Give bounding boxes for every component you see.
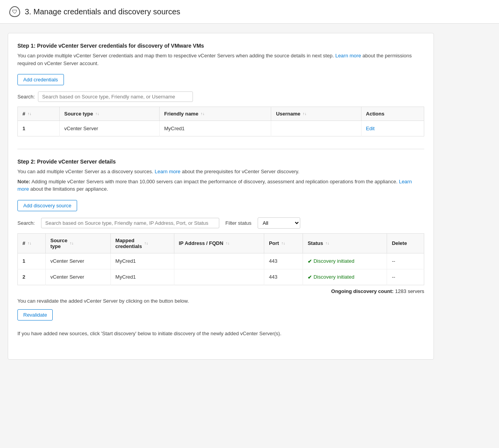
bottom-desc: You can revalidate the added vCenter Ser…: [17, 297, 424, 305]
edit-link[interactable]: Edit: [366, 126, 375, 131]
step1-desc: You can provide multiple vCenter Server …: [17, 52, 424, 67]
step2-desc: You can add multiple vCenter Server as a…: [17, 168, 424, 176]
cell2-delete-1: --: [387, 253, 424, 269]
sort-icon2-status: ↑↓: [325, 241, 329, 245]
sort-icon2-ip: ↑↓: [225, 241, 229, 245]
step1-table: #↑↓ Source type↑↓ Friendly name↑↓ Userna…: [17, 107, 424, 136]
note-label: Note:: [17, 179, 30, 184]
step1-desc-text: You can provide multiple vCenter Server …: [17, 53, 335, 59]
step2-learn-more-link[interactable]: Learn more: [155, 169, 180, 174]
step1-learn-more-link[interactable]: Learn more: [335, 53, 361, 59]
cell2-num-2: 2: [18, 269, 46, 285]
sort-icon2-num: ↑↓: [28, 241, 31, 245]
step1-search-row: Search:: [17, 91, 424, 102]
filter-status-select[interactable]: All Initiated Complete Error: [258, 217, 300, 229]
cell-friendly-name: MyCred1: [159, 121, 271, 136]
step2-search-filter-row: Search: Filter status All Initiated Comp…: [17, 217, 424, 229]
step2-search-label: Search:: [17, 220, 35, 226]
col2-header-status[interactable]: Status↑↓: [303, 233, 387, 253]
table-row: 1 vCenter Server MyCred1 Edit: [18, 121, 424, 136]
col-header-friendly-name[interactable]: Friendly name↑↓: [159, 107, 271, 121]
col-header-username[interactable]: Username↑↓: [271, 107, 361, 121]
cell2-delete-2: --: [387, 269, 424, 285]
add-discovery-source-button[interactable]: Add discovery source: [17, 200, 77, 211]
check-icon-1: ✔: [308, 258, 312, 264]
ongoing-label: Ongoing discovery count:: [331, 288, 394, 294]
col-header-source-type[interactable]: Source type↑↓: [59, 107, 159, 121]
status-text-2: Discovery initiated: [313, 274, 354, 280]
col2-header-source-type[interactable]: Sourcetype↑↓: [46, 233, 111, 253]
step2-search-input[interactable]: [41, 218, 219, 228]
cell2-ip-fqdn-2: [174, 269, 264, 285]
col-header-num[interactable]: #↑↓: [18, 107, 60, 121]
cell-action: Edit: [361, 121, 424, 136]
sort-icon-username: ↑↓: [303, 112, 306, 116]
sort-icon2-port: ↑↓: [281, 241, 285, 245]
step2-title: Step 2: Provide vCenter Server details: [17, 159, 424, 165]
step2-note: Note: Adding multiple vCenter Servers wi…: [17, 178, 424, 193]
table-row: 2 vCenter Server MyCred1 443 ✔ Discovery…: [18, 269, 424, 285]
main-content: Step 1: Provide vCenter Server credentia…: [8, 33, 434, 360]
cell2-num-1: 1: [18, 253, 46, 269]
sort-icon2-source-type: ↑↓: [70, 241, 74, 245]
col2-header-num[interactable]: #↑↓: [18, 233, 46, 253]
step2-desc-text2: about the prerequisites for vCenter Serv…: [182, 169, 299, 174]
add-credentials-button[interactable]: Add credentials: [17, 74, 64, 85]
table-row: 1 vCenter Server MyCred1 443 ✔ Discovery…: [18, 253, 424, 269]
step1-table-header-row: #↑↓ Source type↑↓ Friendly name↑↓ Userna…: [18, 107, 424, 121]
step2-table: #↑↓ Sourcetype↑↓ Mappedcredentials↑↓ IP …: [17, 233, 424, 285]
page-title: 3. Manage credentials and discovery sour…: [25, 7, 180, 16]
step1-search-label: Search:: [17, 94, 35, 100]
step1-search-input[interactable]: [38, 91, 193, 102]
cell-username: [271, 121, 361, 136]
status-text-1: Discovery initiated: [313, 258, 354, 264]
page-header: 🛡 3. Manage credentials and discovery so…: [0, 0, 499, 24]
cell2-port-1: 443: [264, 253, 303, 269]
cell2-source-type-1: vCenter Server: [46, 253, 111, 269]
col2-header-port[interactable]: Port↑↓: [264, 233, 303, 253]
col2-header-delete: Delete: [387, 233, 424, 253]
revalidate-button[interactable]: Revalidate: [17, 309, 53, 320]
ongoing-discovery-row: Ongoing discovery count: 1283 servers: [17, 285, 424, 297]
sort-icon-friendly-name: ↑↓: [201, 112, 205, 116]
filter-status-label: Filter status: [225, 220, 251, 226]
cell2-ip-fqdn-1: [174, 253, 264, 269]
check-icon-2: ✔: [308, 274, 312, 280]
note-text: Adding multiple vCenter Servers with mor…: [31, 179, 397, 184]
sort-icon-num: ↑↓: [28, 112, 31, 116]
col-header-actions: Actions: [361, 107, 424, 121]
cell2-source-type-2: vCenter Server: [46, 269, 111, 285]
status-badge-1: ✔ Discovery initiated: [308, 258, 382, 264]
section-divider: [17, 149, 424, 149]
col2-header-mapped-creds[interactable]: Mappedcredentials↑↓: [110, 233, 174, 253]
cell2-status-2: ✔ Discovery initiated: [303, 269, 387, 285]
cell2-status-1: ✔ Discovery initiated: [303, 253, 387, 269]
step1-section: Step 1: Provide vCenter Server credentia…: [17, 43, 424, 136]
cell2-port-2: 443: [264, 269, 303, 285]
status-badge-2: ✔ Discovery initiated: [308, 274, 382, 280]
step2-table-header-row: #↑↓ Sourcetype↑↓ Mappedcredentials↑↓ IP …: [18, 233, 424, 253]
cell2-mapped-creds-1: MyCred1: [110, 253, 174, 269]
shield-icon: 🛡: [9, 6, 20, 17]
cell-source-type: vCenter Server: [59, 121, 159, 136]
step2-desc-text: You can add multiple vCenter Server as a…: [17, 169, 155, 174]
sort-icon2-mapped-creds: ↑↓: [144, 241, 148, 245]
cell-num: 1: [18, 121, 60, 136]
bottom-note: If you have added new sources, click 'St…: [17, 330, 424, 338]
ongoing-value: 1283 servers: [395, 288, 424, 294]
note-text2: about the limitations per appliance.: [30, 186, 108, 192]
sort-icon-source-type: ↑↓: [95, 112, 99, 116]
cell2-mapped-creds-2: MyCred1: [110, 269, 174, 285]
step2-section: Step 2: Provide vCenter Server details Y…: [17, 159, 424, 338]
step1-title: Step 1: Provide vCenter Server credentia…: [17, 43, 424, 49]
col2-header-ip-fqdn[interactable]: IP Address / FQDN↑↓: [174, 233, 264, 253]
